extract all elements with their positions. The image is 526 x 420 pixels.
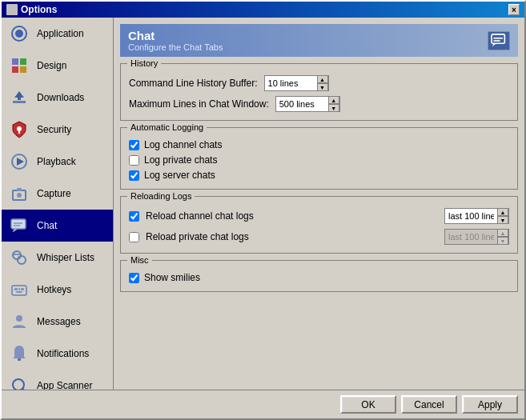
sidebar-item-chat[interactable]: Chat (2, 210, 113, 242)
misc-section: Misc Show smilies (120, 260, 518, 292)
reloading-checkbox-1[interactable] (129, 232, 139, 242)
ok-button[interactable]: OK (340, 395, 396, 414)
playback-label: Playback (37, 156, 76, 167)
misc-row-0: Show smilies (129, 272, 509, 283)
reloading-spinner-up-0[interactable]: ▲ (497, 208, 508, 216)
panel-subtitle: Configure the Chat Tabs (128, 42, 223, 52)
sidebar-item-notifications[interactable]: Notifications (2, 338, 113, 370)
downloads-label: Downloads (37, 92, 84, 103)
window-title: Options (21, 4, 57, 15)
history-input-0[interactable] (265, 76, 317, 90)
messages-icon (8, 310, 30, 333)
design-label: Design (37, 60, 66, 71)
auto-logging-row-0: Log channel chats (129, 139, 509, 150)
panel-header-left: Chat Configure the Chat Tabs (128, 29, 223, 52)
sidebar-item-design[interactable]: Design (2, 50, 113, 82)
auto-logging-checkbox-2[interactable] (129, 170, 139, 181)
history-spinner-down-1[interactable]: ▼ (328, 104, 339, 112)
reloading-spinner-buttons-0: ▲ ▼ (497, 208, 508, 224)
sidebar-item-playback[interactable]: Playback (2, 146, 113, 178)
titlebar-icon (6, 4, 18, 15)
svg-point-29 (13, 379, 24, 390)
svg-rect-31 (492, 34, 504, 42)
reloading-spinner-0[interactable]: ▲ ▼ (444, 208, 509, 224)
reloading-label-0: Reload channel chat logs (146, 210, 254, 222)
history-input-1[interactable] (276, 97, 328, 111)
sidebar: Application Design (2, 18, 114, 390)
titlebar-left: Options (6, 4, 57, 15)
svg-rect-28 (18, 358, 21, 361)
reloading-checkbox-0[interactable] (129, 211, 139, 222)
reloading-legend: Reloading Logs (127, 191, 195, 201)
auto-logging-checkbox-label-2: Log server chats (144, 170, 215, 181)
sidebar-item-hotkeys[interactable]: Hotkeys (2, 274, 113, 306)
reloading-row-1: Reload private chat logs ▲ ▼ (129, 229, 509, 245)
reloading-section: Reloading Logs Reload channel chat logs … (120, 196, 518, 254)
content-area: Application Design (2, 18, 524, 390)
sidebar-item-capture[interactable]: Capture (2, 178, 113, 210)
cancel-button[interactable]: Cancel (401, 395, 457, 414)
options-window: Options × Application (0, 0, 526, 420)
auto-logging-legend: Automatic Logging (127, 122, 207, 132)
svg-rect-5 (20, 66, 26, 73)
svg-marker-11 (17, 158, 24, 166)
svg-rect-2 (12, 58, 18, 65)
capture-label: Capture (37, 188, 71, 199)
reloading-input-1 (445, 230, 497, 244)
whisper-lists-label: Whisper Lists (37, 252, 94, 263)
close-button[interactable]: × (508, 4, 520, 15)
messages-label: Messages (37, 316, 81, 327)
panel-header: Chat Configure the Chat Tabs (120, 24, 518, 57)
reloading-spinner-down-0[interactable]: ▼ (497, 216, 508, 224)
reloading-spinner-up-1: ▲ (497, 229, 508, 237)
reloading-label-1: Reload private chat logs (146, 231, 249, 242)
history-spinner-down-0[interactable]: ▼ (317, 83, 328, 91)
notifications-label: Notifications (37, 348, 89, 359)
auto-logging-row-2: Log server chats (129, 170, 509, 181)
sidebar-item-app-scanner[interactable]: App Scanner (2, 370, 113, 390)
app-scanner-icon (8, 374, 30, 390)
misc-checkbox-0[interactable] (129, 273, 139, 283)
auto-logging-row-1: Log private chats (129, 154, 509, 166)
reloading-spinner-down-1: ▼ (497, 237, 508, 245)
hotkeys-icon (8, 278, 30, 301)
history-label-1: Maximum Lines in Chat Window: (129, 98, 269, 110)
history-row-1: Maximum Lines in Chat Window: ▲ ▼ (129, 96, 509, 112)
history-spinner-up-0[interactable]: ▲ (317, 75, 328, 83)
sidebar-item-messages[interactable]: Messages (2, 306, 113, 338)
history-section: History Command Line History Buffer: ▲ ▼ (120, 63, 518, 121)
reloading-input-0[interactable] (445, 209, 497, 223)
svg-rect-24 (18, 288, 20, 290)
svg-point-20 (18, 256, 26, 264)
auto-logging-checkbox-1[interactable] (129, 155, 139, 166)
security-label: Security (37, 124, 71, 135)
whisper-lists-icon (8, 246, 30, 269)
hotkeys-label: Hotkeys (37, 284, 71, 295)
svg-rect-3 (20, 58, 26, 65)
svg-rect-9 (18, 130, 20, 134)
sidebar-item-application[interactable]: Application (2, 18, 113, 50)
svg-marker-7 (14, 91, 24, 100)
auto-logging-checkbox-label-1: Log private chats (144, 154, 217, 166)
svg-rect-23 (14, 288, 18, 290)
history-spinner-1[interactable]: ▲ ▼ (275, 96, 340, 112)
playback-icon (8, 150, 30, 173)
apply-button[interactable]: Apply (462, 395, 518, 414)
history-spinner-0[interactable]: ▲ ▼ (264, 75, 329, 91)
sidebar-item-downloads[interactable]: Downloads (2, 82, 113, 114)
svg-point-1 (15, 30, 23, 38)
sidebar-item-security[interactable]: Security (2, 114, 113, 146)
history-row-0: Command Line History Buffer: ▲ ▼ (129, 75, 509, 91)
sidebar-item-whisper-lists[interactable]: Whisper Lists (2, 242, 113, 274)
history-spinner-buttons-0: ▲ ▼ (317, 75, 328, 91)
svg-rect-25 (21, 288, 24, 290)
design-icon (8, 54, 30, 77)
svg-rect-4 (12, 66, 18, 73)
history-spinner-up-1[interactable]: ▲ (328, 96, 339, 104)
svg-rect-6 (13, 101, 26, 103)
application-label: Application (37, 28, 84, 39)
panel-header-chat-icon (488, 31, 510, 50)
notifications-icon (8, 342, 30, 365)
svg-point-27 (16, 315, 22, 322)
auto-logging-checkbox-0[interactable] (129, 140, 139, 150)
